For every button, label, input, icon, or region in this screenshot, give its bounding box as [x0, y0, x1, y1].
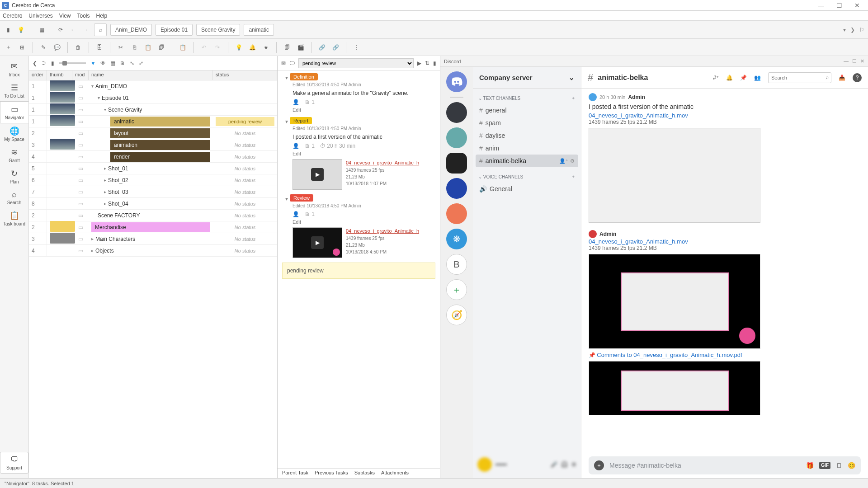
- tab-parent[interactable]: Parent Task: [282, 470, 308, 477]
- nav-row[interactable]: 2 ▭ Merchandise No status: [29, 221, 277, 233]
- nav-row[interactable]: 6 ▭ ▸Shot_02 No status: [29, 174, 277, 186]
- star-icon[interactable]: ★: [261, 42, 271, 52]
- col-status[interactable]: status: [213, 70, 277, 80]
- edit-link[interactable]: Edit: [285, 219, 435, 225]
- play-icon[interactable]: ▶: [417, 60, 421, 66]
- nav-row[interactable]: 8 ▭ ▸Shot_04 No status: [29, 198, 277, 210]
- discord-max-icon[interactable]: ☐: [852, 58, 857, 64]
- threads-icon[interactable]: #⁺: [713, 75, 719, 81]
- discord-min-icon[interactable]: ―: [844, 58, 849, 64]
- collapse-caret-icon[interactable]: ▾: [285, 75, 288, 81]
- channel-anim[interactable]: #anim: [476, 142, 578, 155]
- invite-icon[interactable]: 👤⁺: [559, 158, 568, 164]
- undo-icon[interactable]: ↶: [199, 42, 209, 52]
- server-4[interactable]: [446, 178, 467, 199]
- file-icon[interactable]: 🗎: [120, 60, 125, 66]
- nav-row[interactable]: 1 ▭ ▾Anim_DEMO: [29, 80, 277, 92]
- server-2[interactable]: [446, 127, 467, 148]
- refresh-icon[interactable]: ⟳: [56, 25, 65, 34]
- sidebar-gantt[interactable]: ≋Gantt: [0, 145, 28, 166]
- more-icon[interactable]: ⋮: [352, 42, 362, 52]
- media-preview[interactable]: [589, 254, 760, 349]
- unlink-icon[interactable]: 🔗: [330, 42, 340, 52]
- tab-subtasks[interactable]: Subtasks: [354, 470, 375, 477]
- go-forward-icon[interactable]: ❯: [850, 27, 855, 33]
- message-author[interactable]: Admin: [628, 94, 645, 100]
- sidebar-taskboard[interactable]: 📋Task board: [0, 208, 28, 229]
- card-icon[interactable]: ▮: [51, 60, 54, 66]
- nav-row[interactable]: 5 ▭ ▸Shot_01 No status: [29, 163, 277, 174]
- add-icon[interactable]: ＋: [4, 42, 14, 52]
- breadcrumb-3[interactable]: animatic: [244, 24, 274, 36]
- collapse-caret-icon[interactable]: ▾: [285, 118, 288, 125]
- collapse-caret-icon[interactable]: ▾: [285, 196, 288, 202]
- gift-icon[interactable]: 🎁: [806, 462, 814, 469]
- file-link[interactable]: 04_neveso_i_gravito_Animatic_h.mov: [589, 238, 861, 245]
- channel-spam[interactable]: #spam: [476, 117, 578, 129]
- nav-row[interactable]: 1 ▭ animatic pending review: [29, 116, 277, 127]
- sidebar-todo[interactable]: ☰To Do List: [0, 80, 28, 101]
- discord-home-icon[interactable]: [446, 71, 467, 92]
- sidebar-search[interactable]: ⌕Search: [0, 187, 28, 208]
- server-6[interactable]: ❋: [446, 229, 467, 249]
- nav-row[interactable]: 4 ▭ ▸Objects No status: [29, 245, 277, 257]
- menu-tools[interactable]: Tools: [77, 13, 90, 19]
- server-header[interactable]: Company server ⌄: [473, 67, 581, 89]
- lightbulb-icon[interactable]: 💡: [16, 25, 25, 34]
- menu-universes[interactable]: Universes: [28, 13, 52, 19]
- sidebar-navigator[interactable]: ▭Navigator: [0, 101, 28, 123]
- voice-channels-header[interactable]: ⌄ VOICE CHANNELS＋: [476, 171, 578, 183]
- comment-link[interactable]: Comments to 04_neveso_i_gravito_Animatic…: [597, 352, 742, 358]
- channel-search-input[interactable]: [768, 72, 831, 83]
- emoji-icon[interactable]: 😊: [848, 462, 855, 469]
- menu-help[interactable]: Help: [96, 13, 108, 19]
- media-preview[interactable]: [589, 128, 760, 223]
- add-voice-icon[interactable]: ＋: [571, 174, 576, 180]
- bookmark-flag-icon[interactable]: ⚐: [859, 27, 864, 33]
- archive-icon[interactable]: 🗄: [94, 42, 104, 52]
- paste-icon[interactable]: 📋: [143, 42, 153, 52]
- grid-icon[interactable]: ▦: [37, 25, 46, 34]
- col-name[interactable]: name: [89, 70, 213, 80]
- maximize-button[interactable]: ☐: [830, 0, 848, 10]
- video-icon[interactable]: 🎬: [296, 42, 306, 52]
- edit-link[interactable]: Edit: [285, 151, 435, 156]
- history-dropdown-icon[interactable]: ▾: [843, 27, 846, 33]
- server-5[interactable]: [446, 203, 467, 224]
- tab-previous[interactable]: Previous Tasks: [315, 470, 348, 477]
- duplicate-icon[interactable]: 🗐: [156, 42, 166, 52]
- sitemap-icon[interactable]: ⚞: [42, 60, 47, 66]
- eye-icon[interactable]: 👁: [100, 60, 106, 66]
- server-b[interactable]: B: [446, 254, 467, 275]
- attachment-filename[interactable]: 04_neveso_i_gravito_Animatic_h: [346, 227, 419, 235]
- link-icon[interactable]: 🔗: [317, 42, 327, 52]
- voice-general[interactable]: 🔊General: [476, 183, 578, 195]
- nav-row[interactable]: 3 ▭ ▸Main Characters No status: [29, 233, 277, 245]
- redo-icon[interactable]: ↷: [212, 42, 222, 52]
- server-1[interactable]: [446, 102, 467, 123]
- attachment-thumbnail[interactable]: ▶: [292, 159, 342, 190]
- monitor-icon[interactable]: 🖵: [289, 60, 295, 66]
- edit-icon[interactable]: ✎: [38, 42, 48, 52]
- channel-general[interactable]: #general: [476, 104, 578, 117]
- inbox-tray-icon[interactable]: 📥: [839, 75, 845, 81]
- filter-icon[interactable]: ▼: [90, 60, 96, 66]
- collapse-icon[interactable]: ⤡: [130, 60, 134, 66]
- attachment-thumbnail[interactable]: ▶: [292, 227, 342, 258]
- minimize-button[interactable]: ―: [812, 0, 830, 10]
- forward-icon[interactable]: →: [81, 25, 90, 34]
- breadcrumb-0[interactable]: Anim_DEMO: [110, 24, 152, 36]
- col-thumb[interactable]: thumb: [47, 70, 72, 80]
- message-input[interactable]: Message #animatic-belka: [609, 462, 801, 469]
- col-order[interactable]: order: [29, 70, 47, 80]
- copy3-icon[interactable]: 🗐: [282, 42, 292, 52]
- edit-link[interactable]: Edit: [285, 107, 435, 113]
- gif-icon[interactable]: GIF: [819, 462, 830, 469]
- sort-icon[interactable]: ⇅: [425, 60, 429, 66]
- attachment-filename[interactable]: 04_neveso_i_gravito_Animatic_h: [346, 159, 419, 167]
- comment-icon[interactable]: 💬: [52, 42, 62, 52]
- sidebar-plan[interactable]: ↻Plan: [0, 166, 28, 187]
- help-icon[interactable]: ?: [853, 73, 862, 82]
- message-author[interactable]: Admin: [599, 231, 616, 237]
- search-icon[interactable]: ⌕: [94, 23, 107, 36]
